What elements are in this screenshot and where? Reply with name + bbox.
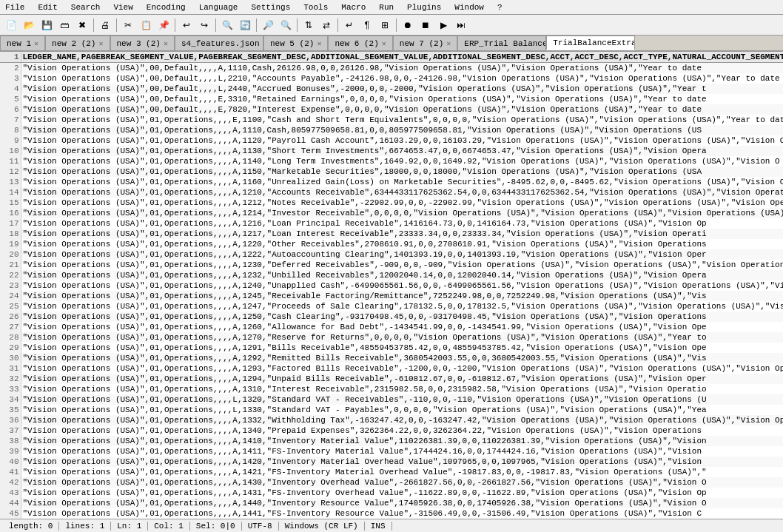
close-button[interactable]: ✖ — [74, 17, 90, 33]
tab-close-new3[interactable]: ✕ — [164, 39, 168, 48]
row-content: "Vision Operations (USA)",01,Operations,… — [21, 488, 783, 498]
table-row: 30"Vision Operations (USA)",01,Operation… — [0, 353, 783, 363]
open-button[interactable]: 📂 — [21, 17, 37, 33]
table-row: 33"Vision Operations (USA)",01,Operation… — [0, 384, 783, 394]
macro-run-several-button[interactable]: ⏭ — [453, 17, 469, 33]
content-area[interactable]: 1 LEDGER_NAME,PAGEBREAK_SEGMENT_VALUE,PA… — [0, 52, 783, 519]
menu-run[interactable]: Run — [377, 2, 396, 13]
row-content: "Vision Operations (USA)",01,Operations,… — [21, 156, 783, 166]
tab-new2[interactable]: new 2 (2) ✕ — [45, 36, 110, 50]
menu-macro[interactable]: Macro — [339, 2, 368, 13]
row-content: "Vision Operations (USA)",01,Operations,… — [21, 332, 783, 343]
undo-button[interactable]: ↩ — [178, 17, 195, 33]
redo-button[interactable]: ↪ — [196, 17, 212, 33]
zoom-in-button[interactable]: 🔎 — [260, 17, 276, 33]
tab-new7[interactable]: new 7 (2) ✕ — [393, 36, 457, 50]
line-number: 9 — [0, 135, 21, 146]
find-button[interactable]: 🔍 — [219, 17, 235, 33]
word-wrap-button[interactable]: ↵ — [341, 17, 357, 33]
line-number: 22 — [0, 270, 21, 280]
row-content: "Vision Operations (USA)",01,Operations,… — [21, 353, 783, 363]
menu-view[interactable]: View — [111, 2, 135, 13]
table-row: 37"Vision Operations (USA)",01,Operation… — [0, 425, 783, 436]
table-row: 2"Vision Operations (USA)",00,Default,,,… — [0, 63, 783, 74]
tab-close-new7[interactable]: ✕ — [446, 39, 451, 48]
row-content: "Vision Operations (USA)",01,Operations,… — [21, 343, 783, 353]
table-row: 31"Vision Operations (USA)",01,Operation… — [0, 363, 783, 374]
table-row: 16"Vision Operations (USA)",01,Operation… — [0, 208, 783, 218]
tab-new3[interactable]: new 3 (2) ✕ — [110, 36, 175, 50]
copy-button[interactable]: 📋 — [138, 17, 154, 33]
tab-close-new5[interactable]: ✕ — [317, 39, 321, 48]
status-line-ending: Windows (CR LF) — [279, 522, 365, 531]
row-content: "Vision Operations (USA)",01,Operations,… — [21, 270, 783, 280]
line-number: 35 — [0, 405, 21, 415]
row-content: "Vision Operations (USA)",01,Operations,… — [21, 363, 783, 374]
macro-record-button[interactable]: ⏺ — [400, 17, 416, 33]
macro-play-button[interactable]: ▶ — [435, 17, 451, 33]
menu-edit[interactable]: Edit — [36, 2, 59, 13]
row-content: "Vision Operations (USA)",00,Default,,,,… — [21, 63, 783, 74]
menu-search[interactable]: Search — [69, 2, 103, 13]
save-button[interactable]: 💾 — [38, 17, 55, 33]
row-content: "Vision Operations (USA)",01,Operations,… — [21, 229, 783, 239]
row-content: "Vision Operations (USA)",01,Operations,… — [21, 249, 783, 260]
menu-language[interactable]: Language — [197, 2, 241, 13]
print-button[interactable]: 🖨 — [97, 17, 113, 33]
line-number: 19 — [0, 239, 21, 249]
line-number: 41 — [0, 467, 21, 477]
tab-trial-balance-extract[interactable]: TrialBalanceExtract_Trial Balance Extrac… — [546, 36, 635, 50]
tab-s4features[interactable]: s4_features.json (2) ✕ — [175, 36, 263, 50]
line-number: 30 — [0, 353, 21, 363]
macro-stop-button[interactable]: ⏹ — [417, 17, 434, 33]
table-row: 15"Vision Operations (USA)",01,Operation… — [0, 198, 783, 208]
table-row-header: 1 LEDGER_NAME,PAGEBREAK_SEGMENT_VALUE,PA… — [0, 52, 783, 63]
menu-tools[interactable]: Tools — [301, 2, 330, 13]
all-chars-button[interactable]: ¶ — [359, 17, 375, 33]
table-row: 41"Vision Operations (USA)",01,Operation… — [0, 467, 783, 477]
table-row: 42"Vision Operations (USA)",01,Operation… — [0, 477, 783, 488]
row-content: "Vision Operations (USA)",01,Operations,… — [21, 166, 783, 177]
menu-help[interactable]: ? — [495, 2, 505, 13]
sync-scroll-v-button[interactable]: ⇅ — [300, 17, 317, 33]
sync-scroll-h-button[interactable]: ⇄ — [318, 17, 335, 33]
toolbar-separator-5 — [256, 18, 257, 32]
zoom-out-button[interactable]: 🔍 — [278, 17, 294, 33]
replace-button[interactable]: 🔄 — [237, 17, 253, 33]
table-row: 12"Vision Operations (USA)",01,Operation… — [0, 166, 783, 177]
indent-guide-button[interactable]: ⊞ — [377, 17, 393, 33]
tab-new1[interactable]: new 1 ✕ — [0, 36, 45, 50]
table-row: 34"Vision Operations (USA)",01,Operation… — [0, 394, 783, 405]
tab-close-new2[interactable]: ✕ — [98, 39, 103, 48]
row-content: "Vision Operations (USA)",01,Operations,… — [21, 312, 783, 322]
row-content: "Vision Operations (USA)",01,Operations,… — [21, 115, 783, 125]
save-all-button[interactable]: 🗃 — [56, 17, 73, 33]
new-button[interactable]: 📄 — [3, 17, 19, 33]
menu-encoding[interactable]: Encoding — [144, 2, 188, 13]
tab-close-new1[interactable]: ✕ — [34, 39, 38, 48]
line-number: 17 — [0, 218, 21, 229]
table-row: 38"Vision Operations (USA)",01,Operation… — [0, 436, 783, 446]
row-content: "Vision Operations (USA)",01,Operations,… — [21, 436, 783, 446]
table-row: 43"Vision Operations (USA)",01,Operation… — [0, 488, 783, 498]
menu-plugins[interactable]: Plugins — [405, 2, 443, 13]
row-content: "Vision Operations (USA)",01,Operations,… — [21, 394, 783, 405]
menu-window[interactable]: Window — [452, 2, 486, 13]
status-col: Col: 1 — [148, 522, 190, 531]
tab-close-new6[interactable]: ✕ — [382, 39, 386, 48]
table-row: 11"Vision Operations (USA)",01,Operation… — [0, 156, 783, 166]
menu-file[interactable]: File — [3, 2, 27, 13]
line-number: 32 — [0, 374, 21, 384]
menu-settings[interactable]: Settings — [249, 2, 292, 13]
tab-erp-trial[interactable]: ERP_Trial Balance.csv (2) ✕ — [457, 36, 546, 50]
paste-button[interactable]: 📌 — [155, 17, 172, 33]
line-number: 23 — [0, 280, 21, 291]
row-content: "Vision Operations (USA)",01,Operations,… — [21, 280, 783, 291]
cut-button[interactable]: ✂ — [120, 17, 136, 33]
table-row: 36"Vision Operations (USA)",01,Operation… — [0, 415, 783, 425]
tab-new6[interactable]: new 6 (2) ✕ — [328, 36, 392, 50]
table-row: 21"Vision Operations (USA)",01,Operation… — [0, 260, 783, 270]
table-row: 5"Vision Operations (USA)",00,Default,,,… — [0, 94, 783, 104]
tab-new5[interactable]: new 5 (2) ✕ — [263, 36, 328, 50]
line-number: 13 — [0, 177, 21, 187]
